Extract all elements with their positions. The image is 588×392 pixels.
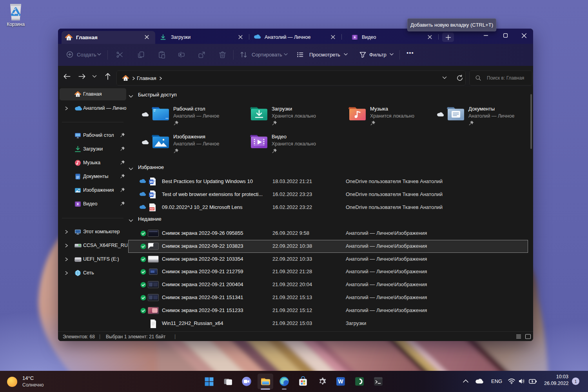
svg-text:PDF: PDF bbox=[150, 208, 154, 210]
svg-text:W: W bbox=[149, 180, 153, 184]
svg-text:W: W bbox=[149, 193, 153, 197]
svg-text:W: W bbox=[338, 378, 343, 385]
